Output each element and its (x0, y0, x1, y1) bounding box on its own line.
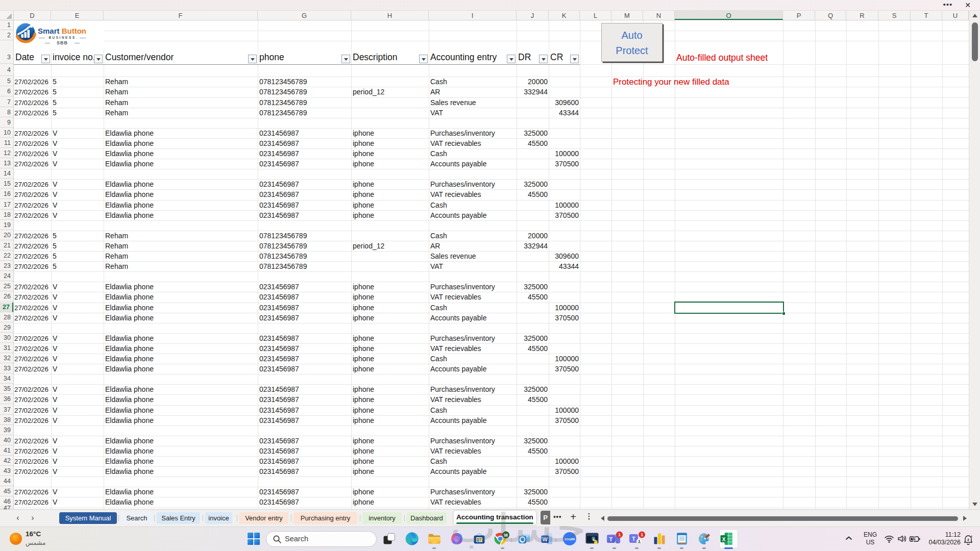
cell-F17[interactable]: Eldawlia phone (105, 200, 257, 210)
row-header-35[interactable]: 35 (0, 384, 13, 394)
filter-button-G[interactable] (341, 55, 350, 63)
fill-handle[interactable] (782, 312, 786, 315)
cell-G35[interactable]: 0231456987 (259, 384, 350, 394)
cell-E18[interactable]: V (53, 210, 103, 220)
cell-F23[interactable]: Reham (105, 261, 257, 271)
row-header-4[interactable]: 4 (0, 64, 13, 76)
window-close-button[interactable]: ✕ (962, 1, 974, 10)
tray-battery[interactable] (909, 534, 919, 544)
cell-G17[interactable]: 0231456987 (259, 200, 350, 210)
cell-E25[interactable]: V (53, 282, 103, 292)
cell-F27[interactable]: Eldawlia phone (105, 303, 257, 313)
sheet-tab-accounting-transaction[interactable]: Accounting transaction (454, 511, 536, 524)
column-header-T[interactable]: T (911, 11, 942, 20)
cell-G32[interactable]: 0231456987 (259, 354, 350, 364)
row-header-47[interactable]: 47 (0, 508, 13, 509)
store-button[interactable] (469, 529, 489, 549)
cell-K27[interactable]: 100000 (550, 303, 579, 313)
cell-H26[interactable]: iphone (353, 292, 428, 302)
tray-notifications[interactable]: z z (963, 534, 973, 544)
tray-wifi[interactable] (884, 534, 894, 544)
row-header-2[interactable]: 2 (0, 31, 13, 40)
hidden-icons-chevron[interactable] (844, 534, 853, 543)
cell-D35[interactable]: 27/02/2026 (14, 384, 50, 394)
cell-G30[interactable]: 0231456987 (259, 333, 350, 343)
power-bi-button[interactable] (649, 529, 670, 549)
cell-I17[interactable]: Cash (430, 200, 516, 210)
cell-H11[interactable]: iphone (353, 138, 428, 148)
cell-K43[interactable]: 370500 (550, 466, 579, 477)
cell-J30[interactable]: 325000 (518, 333, 548, 343)
cell-F41[interactable]: Eldawlia phone (105, 446, 257, 456)
cell-I21[interactable]: AR (430, 241, 516, 251)
cell-F10[interactable]: Eldawlia phone (105, 128, 257, 138)
row-header-12[interactable]: 12 (0, 148, 13, 158)
cell-F30[interactable]: Eldawlia phone (105, 333, 257, 343)
cell-I35[interactable]: Purchases/inventory (430, 384, 516, 394)
cell-G6[interactable]: 078123456789 (259, 87, 350, 97)
cell-D30[interactable]: 27/02/2026 (14, 333, 50, 343)
cell-K22[interactable]: 309600 (550, 251, 579, 261)
window-more-button[interactable]: ••• (941, 1, 955, 10)
cell-F35[interactable]: Eldawlia phone (105, 384, 257, 394)
cell-D7[interactable]: 27/02/2026 (14, 97, 50, 108)
row-header-41[interactable]: 41 (0, 446, 13, 456)
row-header-9[interactable]: 9 (0, 118, 13, 128)
cell-F22[interactable]: Reham (105, 251, 257, 261)
cell-I13[interactable]: Accounts payable (430, 159, 516, 169)
cell-J5[interactable]: 20000 (518, 77, 548, 87)
row-header-28[interactable]: 28 (0, 313, 13, 322)
hscroll-left-arrow-icon[interactable] (601, 516, 604, 521)
filter-button-E[interactable] (94, 55, 103, 63)
cell-F36[interactable]: Eldawlia phone (105, 394, 257, 405)
cell-H15[interactable]: iphone (353, 179, 428, 189)
row-header-20[interactable]: 20 (0, 231, 13, 240)
sheet-tab-search[interactable]: Search (121, 512, 153, 524)
cell-D11[interactable]: 27/02/2026 (14, 138, 50, 148)
column-header-O[interactable]: O (675, 11, 783, 20)
column-header-L[interactable]: L (580, 11, 611, 20)
cell-H46[interactable]: iphone (353, 497, 428, 507)
cell-D36[interactable]: 27/02/2026 (14, 394, 50, 405)
row-header-33[interactable]: 33 (0, 364, 13, 373)
cell-G37[interactable]: 0231456987 (259, 405, 350, 415)
cell-F38[interactable]: Eldawlia phone (105, 415, 257, 425)
cell-G42[interactable]: 0231456987 (259, 456, 350, 466)
cell-J6[interactable]: 332944 (518, 87, 548, 97)
cell-K8[interactable]: 43344 (550, 108, 579, 118)
cell-D27[interactable]: 27/02/2026 (14, 303, 50, 313)
cell-K7[interactable]: 309600 (550, 97, 579, 108)
row-header-6[interactable]: 6 (0, 87, 13, 96)
python-console-button[interactable] (582, 529, 602, 549)
row-header-23[interactable]: 23 (0, 261, 13, 271)
cell-D42[interactable]: 27/02/2026 (14, 456, 50, 466)
horizontal-scrollbar-thumb[interactable] (607, 516, 958, 521)
column-header-I[interactable]: I (429, 11, 517, 20)
cell-H27[interactable]: iphone (353, 303, 428, 313)
word-button[interactable]: W (537, 529, 557, 549)
cell-G22[interactable]: 078123456789 (259, 251, 350, 261)
cell-G23[interactable]: 078123456789 (259, 261, 350, 271)
sheet-tab-system-manual[interactable]: System Manual (59, 512, 117, 524)
cell-I32[interactable]: Cash (430, 354, 516, 364)
cell-J40[interactable]: 325000 (518, 436, 548, 446)
cell-F32[interactable]: Eldawlia phone (105, 354, 257, 364)
row-header-31[interactable]: 31 (0, 343, 13, 353)
cell-E43[interactable]: V (53, 466, 103, 477)
cell-D28[interactable]: 27/02/2026 (14, 313, 50, 323)
cell-F42[interactable]: Eldawlia phone (105, 456, 257, 466)
cell-E36[interactable]: V (53, 394, 103, 405)
cell-D15[interactable]: 27/02/2026 (14, 179, 50, 189)
cell-D17[interactable]: 27/02/2026 (14, 200, 50, 210)
cell-E35[interactable]: V (53, 384, 103, 394)
auto-protect-button[interactable]: AutoProtect (601, 23, 663, 62)
cell-G28[interactable]: 0231456987 (259, 313, 350, 323)
cell-E27[interactable]: V (53, 303, 103, 313)
row-header-5[interactable]: 5 (0, 77, 13, 86)
cell-H21[interactable]: period_12 (353, 241, 428, 251)
cell-H35[interactable]: iphone (353, 384, 428, 394)
cell-E26[interactable]: V (53, 292, 103, 302)
edge-button[interactable] (402, 529, 422, 549)
cell-F6[interactable]: Reham (105, 87, 257, 97)
cell-H32[interactable]: iphone (353, 354, 428, 364)
